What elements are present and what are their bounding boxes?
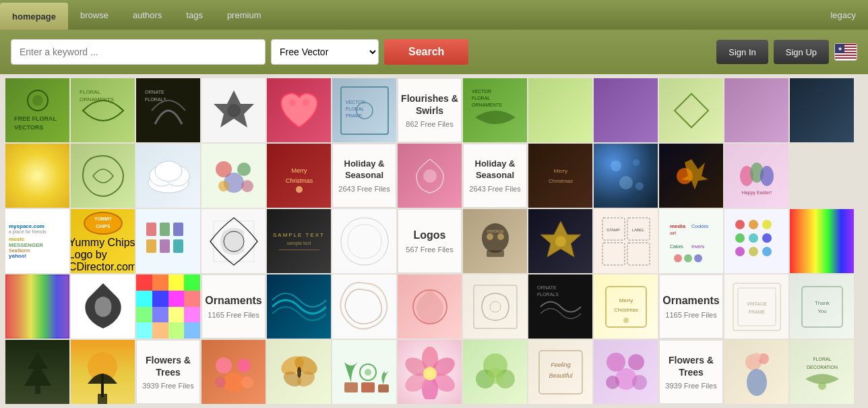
tile-r3-9[interactable] bbox=[528, 209, 592, 273]
category-flowers-left[interactable]: Flowers & Trees 3939 Free Files bbox=[136, 340, 200, 404]
svg-rect-94 bbox=[474, 285, 517, 328]
tile-r3-12[interactable] bbox=[724, 209, 788, 273]
tile-r4-3[interactable] bbox=[136, 274, 200, 339]
tile-r5-4[interactable] bbox=[202, 340, 266, 404]
svg-text:art: art bbox=[670, 230, 677, 236]
tile-r3-4[interactable] bbox=[202, 209, 266, 273]
tile-r2-11[interactable] bbox=[659, 144, 723, 208]
tile-3[interactable]: ORNATEFLORALS bbox=[136, 78, 200, 142]
tile-4[interactable] bbox=[202, 78, 266, 142]
tile-12[interactable] bbox=[724, 78, 788, 142]
nav-premium[interactable]: premium bbox=[215, 0, 274, 30]
tile-r5-13[interactable]: FLORALDECORATION bbox=[790, 340, 854, 404]
tile-r3-10[interactable]: STAMP LABEL bbox=[594, 209, 658, 273]
tile-r2-3[interactable] bbox=[136, 144, 200, 208]
tile-r5-2[interactable] bbox=[71, 340, 135, 404]
flag-icon[interactable]: ★ bbox=[834, 43, 857, 61]
tile-r4-2[interactable] bbox=[71, 274, 135, 339]
tile-11[interactable] bbox=[659, 78, 723, 142]
svg-point-95 bbox=[490, 301, 501, 312]
tile-r5-12[interactable] bbox=[724, 340, 788, 404]
svg-text:Christmas: Christmas bbox=[613, 307, 638, 313]
svg-point-46 bbox=[636, 182, 644, 190]
tile-r5-1[interactable] bbox=[5, 340, 69, 404]
tile-r5-6[interactable] bbox=[332, 340, 396, 404]
svg-rect-57 bbox=[160, 223, 170, 236]
search-input[interactable] bbox=[11, 39, 266, 65]
svg-rect-102 bbox=[733, 283, 780, 330]
tile-10[interactable] bbox=[594, 78, 658, 142]
svg-rect-110 bbox=[35, 386, 40, 394]
tile-r2-7[interactable] bbox=[398, 144, 462, 208]
tile-r4-5[interactable] bbox=[267, 274, 331, 339]
tile-2[interactable]: FLORALORNAMENTS bbox=[71, 78, 135, 142]
tile-r3-3[interactable] bbox=[136, 209, 200, 273]
tile-r3-11[interactable]: mediaart Cookies Cakes Invers bbox=[659, 209, 723, 273]
svg-rect-59 bbox=[146, 239, 156, 253]
nav-legacy[interactable]: legacy bbox=[818, 0, 868, 30]
tile-13[interactable] bbox=[790, 78, 854, 142]
category-holiday-right[interactable]: Holiday & Seasonal 2643 Free Files bbox=[463, 144, 527, 208]
svg-rect-106 bbox=[802, 287, 842, 327]
tile-r2-4[interactable] bbox=[202, 144, 266, 208]
search-type-select[interactable]: Free Vector Free Icons Free Photos bbox=[271, 39, 379, 65]
tile-6[interactable]: VECTORFLORALFRAME bbox=[332, 78, 396, 142]
tile-r3-1[interactable]: myspace.com a place for friends music ME… bbox=[5, 209, 69, 273]
tile-r5-10[interactable] bbox=[594, 340, 658, 404]
svg-point-134 bbox=[423, 367, 437, 380]
category-logos-left[interactable]: Logos 567 Free Files bbox=[398, 209, 462, 273]
nav-tags[interactable]: tags bbox=[174, 0, 215, 30]
signin-button[interactable]: Sign In bbox=[716, 40, 768, 64]
tile-r5-5[interactable] bbox=[267, 340, 331, 404]
search-button[interactable]: Search bbox=[384, 39, 468, 65]
tile-r2-5[interactable]: MerryChristmas bbox=[267, 144, 331, 208]
tile-r4-7[interactable] bbox=[398, 274, 462, 339]
tile-r4-8[interactable] bbox=[463, 274, 527, 339]
nav-homepage[interactable]: homepage bbox=[0, 3, 68, 30]
tile-r4-12[interactable]: VINTAGEFRAME bbox=[724, 274, 788, 339]
tile-r3-2[interactable]: YUMMYCHIPS Yummy Chips Logo by CDirector… bbox=[71, 209, 135, 273]
svg-point-53 bbox=[84, 212, 122, 234]
tile-r4-13[interactable]: ThankYou bbox=[790, 274, 854, 339]
svg-rect-61 bbox=[173, 239, 183, 253]
tile-r3-6[interactable] bbox=[332, 209, 396, 273]
tile-1[interactable]: FREE FLORALVECTORS bbox=[5, 78, 69, 142]
tile-r3-13[interactable] bbox=[790, 209, 854, 273]
tile-r4-6[interactable] bbox=[332, 274, 396, 339]
category-flourishes[interactable]: Flourishes & Swirls 862 Free Files bbox=[398, 78, 462, 142]
svg-point-113 bbox=[216, 357, 232, 374]
tile-5[interactable] bbox=[267, 78, 331, 142]
nav-authors[interactable]: authors bbox=[121, 0, 174, 30]
category-ornaments-right[interactable]: Ornaments 1165 Free Files bbox=[659, 274, 723, 339]
tile-r4-10[interactable]: MerryChristmas bbox=[594, 274, 658, 339]
category-holiday-left[interactable]: Holiday & Seasonal 2643 Free Files bbox=[332, 144, 396, 208]
tile-r5-8[interactable] bbox=[463, 340, 527, 404]
svg-point-126 bbox=[365, 369, 371, 376]
tile-r2-1[interactable] bbox=[5, 144, 69, 208]
tile-8[interactable]: VECTORFLORALORNAMENTS bbox=[463, 78, 527, 142]
tile-r3-8[interactable]: VINTAGE bbox=[463, 209, 527, 273]
category-count: 567 Free Files bbox=[406, 245, 453, 254]
svg-rect-112 bbox=[98, 394, 107, 404]
svg-point-51 bbox=[760, 166, 774, 186]
svg-point-19 bbox=[303, 99, 309, 106]
signup-button[interactable]: Sign Up bbox=[774, 40, 829, 64]
tile-r4-9[interactable]: ORNATEFLORALS bbox=[528, 274, 592, 339]
tile-r4-1[interactable] bbox=[5, 274, 69, 339]
tile-r2-12[interactable]: Happy Easter! bbox=[724, 144, 788, 208]
svg-point-31 bbox=[155, 161, 182, 181]
svg-text:VECTOR: VECTOR bbox=[472, 89, 491, 94]
tile-r2-9[interactable]: MerryChristmas bbox=[528, 144, 592, 208]
svg-text:FLORAL: FLORAL bbox=[346, 107, 364, 111]
tile-r3-5[interactable]: SAMPLE TEXT sample text bbox=[267, 209, 331, 273]
category-ornaments-left[interactable]: Ornaments 1165 Free Files bbox=[202, 274, 266, 339]
nav-browse[interactable]: browse bbox=[68, 0, 121, 30]
tile-9[interactable] bbox=[528, 78, 592, 142]
tile-r5-9[interactable]: FeelingBeautiful bbox=[528, 340, 592, 404]
tile-r2-10[interactable] bbox=[594, 144, 658, 208]
tile-r2-2[interactable] bbox=[71, 144, 135, 208]
svg-rect-58 bbox=[173, 223, 183, 236]
category-flowers-right[interactable]: Flowers & Trees 3939 Free Files bbox=[659, 340, 723, 404]
tile-r5-7[interactable] bbox=[398, 340, 462, 404]
svg-point-33 bbox=[237, 163, 251, 176]
